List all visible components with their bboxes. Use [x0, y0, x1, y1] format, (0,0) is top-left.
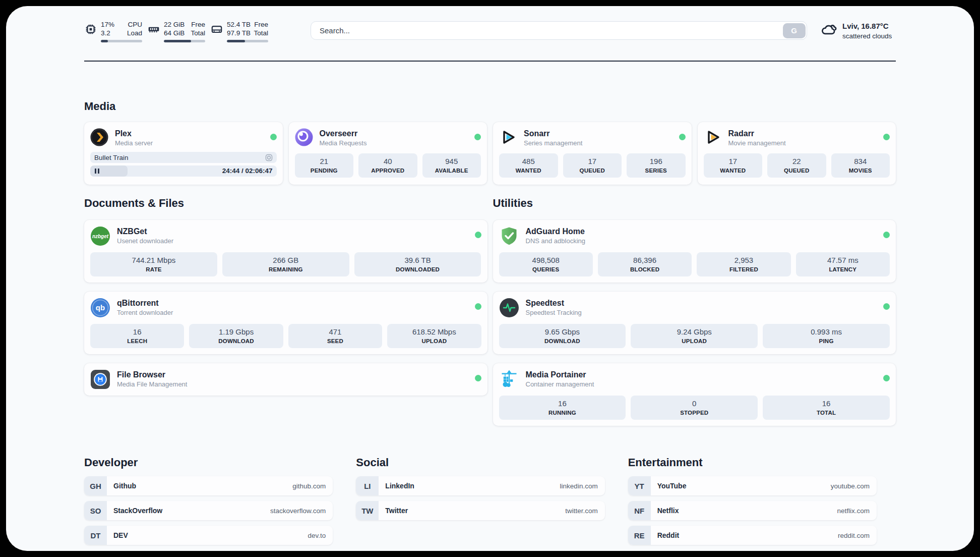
bookmark-url: reddit.com: [838, 532, 870, 539]
app-card-qbittorrent[interactable]: qb qBittorrent Torrent downloader 16LEEC…: [84, 292, 487, 354]
screenshot-stage: 17%CPU 3.2Load 22 GiBFree 64 GiBTotal: [0, 0, 980, 557]
status-dot: [475, 375, 481, 381]
app-card-nzbget[interactable]: nzbget NZBGet Usenet downloader 744.21 M…: [84, 220, 487, 283]
filebrowser-icon: [90, 369, 110, 389]
now-playing-title: Bullet Train: [94, 154, 129, 161]
bookmark-name: Netflix: [657, 507, 679, 515]
speedtest-icon: [499, 298, 519, 318]
status-dot: [883, 232, 890, 238]
bookmark-name: Reddit: [657, 531, 680, 539]
bookmark-tag: YT: [628, 476, 651, 495]
app-title: Overseerr: [320, 129, 367, 139]
cpu-percent: 17%: [101, 20, 114, 29]
app-subtitle: Series management: [524, 139, 582, 147]
status-dot: [475, 232, 481, 238]
bookmark-tag: LI: [356, 476, 379, 495]
bookmark-twitter[interactable]: TW Twitter twitter.com: [356, 501, 604, 520]
stat-leech: 16LEECH: [90, 324, 184, 348]
app-card-radarr[interactable]: Radarr Movie management 17WANTED 22QUEUE…: [698, 122, 896, 185]
header-divider: [84, 61, 896, 62]
disk-free-label: Free: [254, 20, 268, 29]
section-title-developer: Developer: [84, 456, 333, 469]
app-title: NZBGet: [117, 227, 173, 237]
playback-progress[interactable]: 24:44 / 02:06:47: [90, 165, 277, 177]
weather-widget: Lviv, 16.87°C scattered clouds: [820, 21, 896, 40]
disk-icon: [210, 23, 223, 42]
app-title: Speedtest: [526, 298, 582, 308]
portainer-icon: [499, 369, 519, 389]
bookmark-github[interactable]: GH Github github.com: [84, 476, 333, 495]
stat-upload: 9.24 GbpsUPLOAD: [631, 324, 758, 348]
stat-queued: 17QUEUED: [563, 153, 622, 178]
bookmark-name: StackOverflow: [113, 507, 162, 515]
now-playing-row: Bullet Train: [90, 152, 277, 163]
disk-progress-track: [227, 40, 268, 42]
app-card-plex[interactable]: Plex Media server Bullet Train 24:44 / 0…: [84, 122, 283, 185]
bookmark-name: YouTube: [657, 482, 687, 490]
disk-total-label: Total: [254, 29, 268, 37]
app-subtitle: Media Requests: [320, 139, 367, 147]
ram-total-label: Total: [191, 29, 205, 37]
section-title-media: Media: [84, 100, 896, 113]
stat-stopped: 0STOPPED: [631, 396, 758, 420]
app-title: qBittorrent: [117, 298, 173, 308]
bookmark-linkedin[interactable]: LI LinkedIn linkedin.com: [356, 476, 604, 495]
ram-progress-fill: [164, 40, 191, 42]
app-subtitle: Media File Management: [117, 380, 187, 388]
search-provider-button[interactable]: G: [783, 23, 806, 38]
weather-location-temp: Lviv, 16.87°C: [842, 21, 892, 31]
app-card-filebrowser[interactable]: File Browser Media File Management: [84, 363, 487, 396]
app-subtitle: Movie management: [728, 139, 786, 147]
ram-icon: [147, 23, 160, 42]
cpu-progress-track: [101, 40, 142, 42]
cpu-load-label: Load: [127, 29, 142, 37]
cpu-label: CPU: [128, 20, 142, 29]
search-input[interactable]: [311, 22, 807, 39]
app-card-sonarr[interactable]: Sonarr Series management 485WANTED 17QUE…: [493, 122, 692, 185]
ram-free-label: Free: [191, 20, 205, 29]
app-title: Media Portainer: [526, 370, 594, 380]
bookmark-name: DEV: [113, 531, 128, 539]
stat-download: 9.65 GbpsDOWNLOAD: [499, 324, 626, 348]
stat-rate: 744.21 MbpsRATE: [90, 252, 217, 276]
status-dot: [883, 303, 890, 310]
stat-downloaded: 39.6 TBDOWNLOADED: [354, 252, 481, 276]
search-bar: G: [311, 21, 807, 40]
stat-latency: 47.57 msLATENCY: [796, 252, 890, 276]
bookmark-stackoverflow[interactable]: SO StackOverflow stackoverflow.com: [84, 501, 333, 520]
cpu-progress-fill: [101, 40, 108, 42]
bookmark-tag: SO: [84, 501, 107, 520]
stat-total: 16TOTAL: [763, 396, 890, 420]
status-dot: [475, 303, 481, 310]
dashboard-window: 17%CPU 3.2Load 22 GiBFree 64 GiBTotal: [6, 6, 974, 551]
app-title: Radarr: [728, 129, 786, 139]
app-card-adguard[interactable]: AdGuard Home DNS and adblocking 498,508Q…: [493, 220, 896, 283]
bookmark-netflix[interactable]: NF Netflix netflix.com: [628, 501, 877, 520]
stat-available: 945AVAILABLE: [422, 153, 481, 178]
svg-text:nzbget: nzbget: [92, 234, 109, 239]
bookmark-dev[interactable]: DT DEV dev.to: [84, 526, 333, 545]
radarr-icon: [704, 128, 722, 147]
app-subtitle: Container management: [526, 380, 594, 388]
bookmark-tag: TW: [356, 501, 379, 520]
app-card-portainer[interactable]: Media Portainer Container management 16R…: [493, 363, 896, 426]
bookmark-url: netflix.com: [837, 507, 870, 515]
stat-pending: 21PENDING: [295, 153, 354, 178]
bookmark-tag: DT: [84, 526, 107, 545]
ram-stat: 22 GiBFree 64 GiBTotal: [147, 20, 205, 42]
bookmark-youtube[interactable]: YT YouTube youtube.com: [628, 476, 877, 495]
bookmark-reddit[interactable]: RE Reddit reddit.com: [628, 526, 877, 545]
app-subtitle: Torrent downloader: [117, 309, 173, 317]
stat-blocked: 86,396BLOCKED: [598, 252, 692, 276]
app-card-speedtest[interactable]: Speedtest Speedtest Tracking 9.65 GbpsDO…: [493, 292, 896, 354]
ram-total-value: 64 GiB: [164, 29, 185, 37]
bookmark-url: youtube.com: [831, 482, 870, 490]
pause-icon[interactable]: [95, 169, 99, 174]
status-dot: [270, 134, 277, 140]
bookmark-tag: RE: [628, 526, 651, 545]
app-title: File Browser: [117, 370, 187, 380]
app-card-overseerr[interactable]: Overseerr Media Requests 21PENDING 40APP…: [289, 122, 487, 185]
cpu-stat: 17%CPU 3.2Load: [84, 20, 142, 42]
status-dot: [883, 134, 890, 140]
stat-seed: 471SEED: [288, 324, 382, 348]
